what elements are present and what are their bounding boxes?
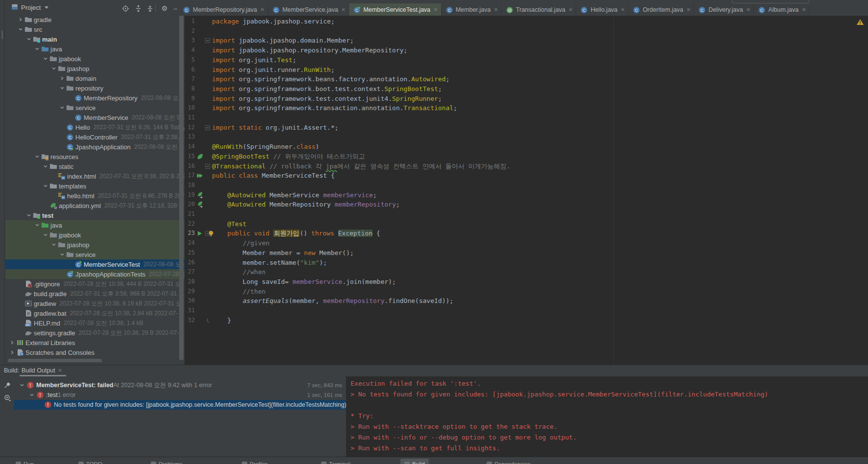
chevron-down-icon[interactable]: [42, 163, 49, 170]
pin-icon[interactable]: [3, 381, 11, 389]
code-line-16[interactable]: @Transactional // rollback 각 jpa에서 같은 영속…: [212, 162, 510, 171]
tab-transactional-java[interactable]: @Transactional.java×: [502, 3, 577, 16]
code-line-4[interactable]: import jpabook.jpashop.repository.Member…: [212, 46, 407, 55]
tree-item-memberservicetest[interactable]: CMemberServiceTest2022-08-08 오전 9: [5, 259, 185, 269]
code-line-27[interactable]: //when: [212, 267, 266, 277]
tree-item-test[interactable]: test: [5, 210, 185, 220]
close-icon[interactable]: ×: [494, 6, 498, 13]
close-icon[interactable]: ×: [260, 6, 264, 13]
tree-item-gradlew[interactable]: gradlew2022-07-28 오전 10:38, 8.19 kB 2022…: [5, 299, 185, 308]
code-line-30[interactable]: assertEquals(member, memberRepository.fi…: [212, 296, 453, 306]
fold-collapse-icon[interactable]: [205, 37, 211, 44]
tree-item-service[interactable]: service: [5, 250, 185, 259]
tree-item-hellocontroller[interactable]: CHelloController2022-07-31 오후 2:38, 488: [5, 132, 185, 142]
collapse-all-icon[interactable]: [145, 4, 154, 13]
tool-window-button-build[interactable]: Build: [400, 459, 429, 464]
close-icon[interactable]: ×: [802, 6, 806, 13]
tree-item-application-yml[interactable]: application.yml2022-07-31 오후 12:18, 328 …: [5, 201, 185, 210]
code-line-14[interactable]: @RunWith(SpringRunner.class): [212, 142, 319, 152]
code-line-1[interactable]: package jpabook.jpashop.service;: [212, 17, 334, 26]
run-test-icon[interactable]: [196, 230, 204, 237]
chevron-down-icon[interactable]: [25, 212, 33, 219]
tab-memberrepository-java[interactable]: CMemberRepository.java×: [179, 3, 268, 16]
locate-icon[interactable]: [121, 4, 130, 13]
chevron-down-icon[interactable]: [18, 382, 26, 389]
chevron-down-icon[interactable]: [42, 232, 49, 238]
tool-window-button-profiler[interactable]: Profiler: [238, 459, 271, 464]
tree-item-jpabook[interactable]: jpabook: [5, 230, 185, 240]
build-tree-row-2[interactable]: !:test 1 error1 sec, 161 ms: [14, 390, 346, 400]
chevron-right-icon[interactable]: [17, 16, 24, 23]
fold-collapse-icon[interactable]: [205, 124, 211, 131]
chevron-right-icon[interactable]: [8, 339, 16, 346]
chevron-down-icon[interactable]: [50, 65, 58, 72]
project-view-selector[interactable]: Project: [11, 3, 48, 12]
tree-item-memberrepository[interactable]: CMemberRepository2022-08-08 오전 9:1: [5, 93, 185, 103]
tree-item-resources[interactable]: resources: [5, 152, 185, 162]
code-line-19[interactable]: @Autowired MemberService memberService;: [212, 190, 377, 200]
tree-item-static[interactable]: static: [5, 162, 185, 171]
code-line-12[interactable]: import static org.junit.Assert.*;: [212, 123, 338, 133]
tree-item-templates[interactable]: templates: [5, 181, 185, 191]
inspection-warning-icon[interactable]: [856, 18, 864, 28]
chevron-down-icon[interactable]: [58, 104, 66, 111]
tab-memberservicetest-java[interactable]: CMemberServiceTest.java×: [349, 3, 441, 16]
close-icon[interactable]: ×: [621, 6, 625, 13]
tree-item-hello-html[interactable]: Hhello.html2022-07-31 오전 8:46, 276 B 202…: [5, 191, 185, 201]
tab-orderitem-java[interactable]: COrderItem.java×: [629, 3, 694, 16]
tree-item-repository[interactable]: repository: [5, 83, 185, 93]
code-editor[interactable]: 1234567891011121314151617181920212223242…: [185, 16, 868, 365]
code-line-23[interactable]: public void 회원가입() throws Exception {: [212, 229, 380, 238]
tab-hello-java[interactable]: CHello.java×: [576, 3, 628, 16]
code-line-8[interactable]: import org.springframework.boot.test.con…: [212, 84, 442, 94]
tree-item-settings-gradle[interactable]: settings.gradle2022-07-28 오전 10:38, 29 B…: [5, 328, 185, 338]
chevron-down-icon[interactable]: [50, 241, 58, 248]
spring-bean-icon[interactable]: [196, 191, 204, 199]
code-line-24[interactable]: //given: [212, 238, 269, 248]
tab-member-java[interactable]: CMember.java×: [442, 3, 502, 16]
tree-item-external-libraries[interactable]: External Libraries: [5, 338, 185, 348]
code-line-6[interactable]: import org.junit.runner.RunWith;: [212, 65, 334, 75]
project-tree-vertical-scrollbar[interactable]: [179, 15, 184, 360]
fold-collapse-icon[interactable]: [205, 163, 211, 169]
tree-item-main[interactable]: main: [5, 34, 185, 44]
tree-item-jpabook[interactable]: jpabook: [5, 54, 185, 64]
code-line-15[interactable]: @SpringBootTest // 위두개있어야 테스트가되고: [212, 152, 365, 162]
tool-window-button-terminal[interactable]: Terminal: [317, 459, 354, 464]
tree-item-jpashopapplicationtests[interactable]: CJpashopApplicationTests2022-07-28 오전: [5, 269, 185, 279]
filter-icon[interactable]: [3, 394, 11, 402]
code-line-5[interactable]: import org.junit.Test;: [212, 55, 296, 65]
chevron-down-icon[interactable]: [42, 183, 49, 189]
build-tree-row-1[interactable]: !MemberServiceTest: failed At 2022-08-08…: [14, 380, 346, 390]
chevron-down-icon[interactable]: [58, 85, 66, 92]
expand-all-icon[interactable]: [134, 4, 142, 13]
chevron-down-icon[interactable]: [42, 55, 49, 62]
chevron-down-icon[interactable]: [33, 46, 41, 52]
code-line-7[interactable]: import org.springframework.beans.factory…: [212, 74, 449, 84]
tree-item-gradle[interactable]: gradle: [5, 15, 185, 24]
tree-item-jpashop[interactable]: jpashop: [5, 64, 185, 73]
tree-item-java[interactable]: java: [5, 220, 185, 230]
close-icon[interactable]: ×: [687, 6, 691, 13]
tree-item-gradlew-bat[interactable]: gradlew.bat2022-07-28 오전 10:38, 2.84 kB …: [5, 308, 185, 318]
chevron-down-icon[interactable]: [33, 153, 41, 160]
close-icon[interactable]: ×: [747, 6, 751, 13]
build-console-output[interactable]: Execution failed for task ':test'.> No t…: [346, 376, 868, 457]
code-line-20[interactable]: @Autowired MemberRepository memberReposi…: [212, 200, 400, 209]
chevron-right-icon[interactable]: [58, 75, 66, 82]
tree-item-build-gradle[interactable]: build.gradle2022-07-31 오후 3:58, 966 B 20…: [5, 289, 185, 299]
tool-window-button-problems[interactable]: Problems: [147, 459, 187, 464]
tool-window-button-run[interactable]: Run: [12, 459, 38, 464]
tree-item-src[interactable]: src: [5, 24, 185, 34]
close-icon[interactable]: ×: [342, 6, 346, 13]
tree-item-java[interactable]: java: [5, 44, 185, 54]
build-output-tab[interactable]: Build Output ×: [22, 367, 62, 374]
tree-item-scratches-and-consoles[interactable]: Scratches and Consoles: [5, 348, 185, 357]
close-icon[interactable]: ×: [434, 6, 438, 13]
code-line-10[interactable]: import org.springframework.transaction.a…: [212, 103, 457, 113]
fold-end-marker[interactable]: [205, 317, 211, 324]
tree-item-help-md[interactable]: MDHELP.md2022-07-28 오전 10:38, 1.4 kB: [5, 318, 185, 328]
tree-item-memberservice[interactable]: CMemberService2022-08-08 오전 9:13,: [5, 113, 185, 122]
tab-delivery-java[interactable]: CDelivery.java×: [694, 3, 754, 16]
project-tree-horizontal-scrollbar[interactable]: [8, 359, 102, 362]
